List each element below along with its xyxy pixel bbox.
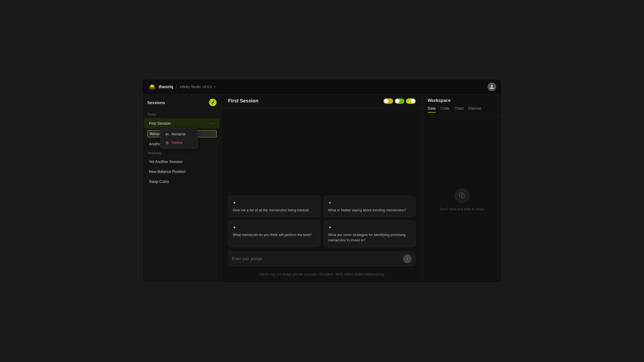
tab-code[interactable]: Code bbox=[441, 106, 449, 113]
yesterday-label: Yesterday bbox=[142, 149, 221, 157]
copy-icon bbox=[459, 193, 465, 199]
suggestion-text-4: What are some strategies for identifying… bbox=[328, 232, 411, 243]
header: theoriq Infinity Studio v0.0.1 ▼ bbox=[142, 79, 502, 94]
disclaimer: Agents may not always provide accurate i… bbox=[228, 270, 416, 277]
suggestion-card-2[interactable]: ✦ What is Twitter saying about trending … bbox=[324, 196, 416, 217]
delete-menu-item[interactable]: 🗑 Delete bbox=[162, 138, 196, 147]
context-menu: Aı Rename 🗑 Delete bbox=[160, 128, 198, 149]
avatar[interactable] bbox=[488, 83, 496, 91]
session-item-first-session[interactable]: First Session ··· Aı Rename 🗑 Delete bbox=[144, 118, 220, 128]
version-badge[interactable]: Infinity Studio v0.0.1 ▼ bbox=[180, 85, 216, 89]
svg-point-3 bbox=[151, 85, 153, 86]
workspace-body: Don't have any data to show bbox=[422, 117, 502, 283]
workspace-empty-icon bbox=[455, 188, 470, 203]
rename-label: Rename bbox=[171, 132, 186, 136]
workspace-empty-text: Don't have any data to show bbox=[440, 207, 484, 211]
toggle-lime[interactable] bbox=[406, 98, 416, 104]
delete-label: Delete bbox=[172, 141, 182, 145]
suggestion-card-1[interactable]: ✦ Give me a list of all the memecoins be… bbox=[228, 196, 320, 217]
suggestion-text-1: Give me a list of all the memecoins bein… bbox=[233, 208, 316, 213]
session-name-new-balance-position: New Balance Position bbox=[149, 169, 185, 174]
workspace-tabs: Data Code Chart Planner bbox=[428, 106, 496, 113]
session-item-swap-coins[interactable]: Swap Coins bbox=[144, 177, 220, 186]
main-panel-title: First Session bbox=[228, 98, 258, 104]
tab-planner[interactable]: Planner bbox=[468, 106, 481, 113]
session-options-icon[interactable]: ··· bbox=[211, 121, 215, 126]
yesterday-section: Yesterday Yet Another Session New Balanc… bbox=[142, 149, 221, 187]
suggestion-card-4[interactable]: ✦ What are some strategies for identifyi… bbox=[324, 220, 416, 247]
header-left: theoriq Infinity Studio v0.0.1 ▼ bbox=[148, 83, 216, 91]
toggle-dot-green bbox=[395, 99, 400, 103]
session-name-yet-another-session: Yet Another Session bbox=[149, 160, 183, 164]
session-item-new-balance-position[interactable]: New Balance Position bbox=[144, 167, 220, 176]
edit-icon bbox=[211, 101, 215, 104]
rename-icon: Aı bbox=[165, 132, 169, 136]
toggle-yellow[interactable] bbox=[383, 98, 393, 104]
logo-text: theoriq bbox=[159, 84, 173, 89]
prompt-input[interactable] bbox=[232, 257, 400, 261]
toggle-green[interactable] bbox=[395, 98, 404, 104]
version-text: v0.0.1 bbox=[202, 85, 212, 89]
logo-icon bbox=[148, 83, 156, 91]
spark-icon-3: ✦ bbox=[233, 225, 316, 230]
suggestion-card-3[interactable]: ✦ What memecoin do you think will perfor… bbox=[228, 220, 320, 247]
app-container: theoriq Infinity Studio v0.0.1 ▼ Session… bbox=[142, 79, 502, 283]
suggestion-cards: ✦ Give me a list of all the memecoins be… bbox=[228, 196, 416, 248]
session-item-yet-another-session[interactable]: Yet Another Session bbox=[144, 157, 220, 167]
new-session-button[interactable] bbox=[209, 99, 217, 106]
delete-icon: 🗑 bbox=[165, 141, 169, 145]
toggle-dot-yellow bbox=[384, 99, 388, 103]
workspace-title: Workspace bbox=[428, 98, 496, 103]
session-name-first-session: First Session bbox=[149, 121, 171, 125]
send-icon: ↑ bbox=[407, 257, 408, 261]
chat-area: ✦ Give me a list of all the memecoins be… bbox=[222, 108, 422, 283]
workspace-panel: Workspace Data Code Chart Planner Don't … bbox=[422, 94, 502, 283]
suggestion-text-3: What memecoin do you think will perform … bbox=[233, 232, 316, 238]
header-divider bbox=[176, 84, 177, 90]
main-panel: First Session ✦ Gi bbox=[222, 94, 422, 283]
toggle-group bbox=[383, 98, 416, 104]
chevron-down-icon: ▼ bbox=[214, 85, 216, 88]
session-name-swap-coins: Swap Coins bbox=[149, 179, 169, 184]
main-content: Sessions Today First Session ··· bbox=[142, 94, 502, 283]
send-button[interactable]: ↑ bbox=[403, 254, 412, 263]
spark-icon-4: ✦ bbox=[328, 225, 411, 230]
today-section: Today First Session ··· Aı Rename 🗑 Dele… bbox=[142, 110, 221, 149]
spark-icon-1: ✦ bbox=[233, 200, 316, 205]
toggle-dot-lime bbox=[411, 99, 415, 103]
prompt-bar: ↑ bbox=[228, 252, 416, 266]
spark-icon-2: ✦ bbox=[328, 200, 411, 205]
tab-chart[interactable]: Chart bbox=[454, 106, 463, 113]
sidebar-title: Sessions bbox=[147, 100, 165, 105]
workspace-header: Workspace Data Code Chart Planner bbox=[422, 94, 502, 117]
suggestion-text-2: What is Twitter saying about trending me… bbox=[328, 208, 411, 213]
today-label: Today bbox=[142, 110, 221, 118]
logo: theoriq bbox=[148, 83, 173, 91]
sidebar-header: Sessions bbox=[142, 94, 221, 110]
app-name: Infinity Studio bbox=[180, 85, 201, 89]
user-icon bbox=[489, 84, 494, 89]
svg-rect-4 bbox=[461, 195, 464, 198]
tab-data[interactable]: Data bbox=[428, 106, 436, 113]
rename-menu-item[interactable]: Aı Rename bbox=[162, 130, 196, 138]
sidebar: Sessions Today First Session ··· bbox=[142, 94, 222, 283]
main-panel-header: First Session bbox=[222, 94, 422, 108]
